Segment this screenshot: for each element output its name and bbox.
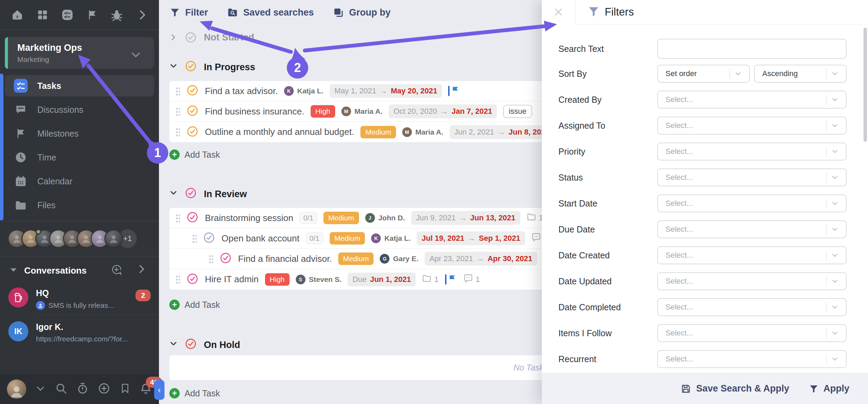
avatar[interactable] (104, 229, 123, 248)
filter-button[interactable]: Filter (170, 7, 208, 18)
task-title[interactable]: Brainstorming session (205, 213, 293, 223)
task-title[interactable]: Find a financial advisor. (238, 254, 332, 264)
files-count[interactable]: 1 (527, 212, 543, 224)
task-check-icon[interactable] (186, 104, 199, 118)
date-range-chip[interactable]: DueJun 1, 2021 (348, 273, 416, 286)
task-tag[interactable]: issue (503, 105, 532, 118)
priority-badge[interactable]: Medium (330, 232, 365, 245)
task-check-icon[interactable] (203, 231, 215, 245)
task-title[interactable]: Outline a monthly and annual budget. (205, 127, 354, 137)
timer-icon[interactable] (76, 382, 89, 396)
filters-panel: Filters Search TextSort BySet orderAscen… (542, 0, 868, 404)
priority-badge[interactable]: Medium (360, 126, 396, 138)
select-recurrent[interactable]: Select... (657, 350, 847, 368)
flag-icon[interactable] (87, 9, 98, 20)
conversation-item[interactable]: HQSMS is fully releas...2 (0, 281, 159, 315)
chevron-down-icon (831, 251, 846, 259)
sidebar-item-time[interactable]: Time (5, 147, 154, 168)
chevron-down-icon[interactable] (35, 383, 46, 395)
select-sort-direction[interactable]: Ascending (754, 65, 847, 83)
chevron-right-icon[interactable] (136, 264, 147, 277)
bookmark-icon[interactable] (120, 383, 131, 395)
select-date-completed[interactable]: Select... (657, 298, 847, 316)
apps-grid-icon[interactable] (37, 9, 48, 21)
chevron-right-icon[interactable] (136, 9, 148, 21)
chevron-down-icon[interactable] (9, 265, 18, 276)
saved-searches-button[interactable]: Saved searches (227, 7, 314, 18)
tasks-icon[interactable] (61, 9, 74, 21)
priority-badge[interactable]: High (265, 273, 290, 286)
date-range-chip[interactable]: May 1, 2021→May 20, 2021 (330, 84, 442, 98)
drag-handle-icon[interactable] (176, 275, 180, 284)
save-search-apply-button[interactable]: Save Search & Apply (681, 383, 789, 394)
assignee[interactable]: KKatja L. (284, 86, 323, 96)
panel-scrollbar[interactable] (864, 28, 867, 142)
filter-control: Select... (657, 117, 847, 135)
close-icon[interactable] (542, 8, 575, 17)
assignee[interactable]: JJohn D. (365, 213, 405, 223)
task-title[interactable]: Hire IT admin (205, 274, 259, 285)
date-range-chip[interactable]: Jun 2, 2021→Jun 8, 2021 (450, 125, 555, 139)
task-check-icon[interactable] (186, 211, 199, 225)
select-status[interactable]: Select... (657, 168, 847, 186)
comments-count[interactable]: 1 (463, 274, 480, 285)
sidebar-item-files[interactable]: Files (5, 194, 154, 216)
task-title[interactable]: Find a tax advisor. (205, 86, 278, 97)
select-priority[interactable]: Select... (657, 143, 847, 160)
priority-badge[interactable]: Medium (323, 212, 359, 224)
date-range-chip[interactable]: Jul 19, 2021→Sep 1, 2021 (417, 231, 525, 245)
drag-handle-icon[interactable] (192, 234, 197, 243)
search-text-input[interactable] (657, 39, 847, 59)
date-range-chip[interactable]: Jun 9, 2021→Jun 13, 2021 (411, 211, 520, 225)
priority-badge[interactable]: Medium (338, 252, 374, 265)
select-due-date[interactable]: Select... (657, 220, 847, 238)
conversation-item[interactable]: IKIgor K.https://freedcamp.com/?for... (0, 315, 159, 348)
filter-label: Start Date (558, 199, 657, 209)
new-conversation-icon[interactable] (111, 264, 122, 277)
task-check-icon[interactable] (186, 84, 199, 98)
drag-handle-icon[interactable] (176, 213, 180, 223)
drag-handle-icon[interactable] (209, 254, 213, 264)
task-check-icon[interactable] (219, 252, 232, 266)
chevron-down-icon (831, 121, 846, 130)
assignee[interactable]: SSteven S. (296, 275, 342, 284)
select-date-created[interactable]: Select... (657, 246, 847, 264)
select-created-by[interactable]: Select... (657, 91, 847, 109)
priority-badge[interactable]: High (311, 105, 335, 118)
sidebar-item-milestones[interactable]: Milestones (5, 123, 154, 144)
notifications-bell[interactable]: 40 (140, 382, 152, 396)
assignee[interactable]: MMaria A. (341, 107, 383, 116)
group-by-button[interactable]: Group by (333, 7, 390, 18)
drag-handle-icon[interactable] (176, 127, 180, 137)
select-sort-field[interactable]: Set order (657, 65, 750, 83)
add-icon[interactable] (98, 382, 110, 396)
search-icon[interactable] (55, 382, 67, 396)
home-icon[interactable] (11, 9, 23, 21)
task-check-icon[interactable] (186, 125, 199, 139)
drag-handle-icon[interactable] (176, 86, 180, 96)
task-title[interactable]: Find business insurance. (205, 106, 304, 117)
select-items-i-follow[interactable]: Select... (657, 324, 847, 342)
sidebar-item-discussions[interactable]: Discussions (5, 99, 154, 120)
assignee[interactable]: KKatja L. (371, 233, 411, 243)
select-start-date[interactable]: Select... (657, 194, 847, 212)
select-date-updated[interactable]: Select... (657, 272, 847, 290)
sidebar-collapse-handle[interactable]: ‹ (154, 380, 164, 400)
date-range-chip[interactable]: Apr 23, 2021→Apr 30, 2021 (425, 252, 537, 266)
current-user-avatar[interactable] (7, 379, 26, 399)
sidebar-item-calendar[interactable]: Calendar (5, 171, 154, 192)
assignee[interactable]: MMaria A. (402, 127, 443, 137)
date-range-chip[interactable]: Oct 20, 2020→Jan 7, 2021 (389, 104, 497, 118)
assignee[interactable]: GGary E. (380, 254, 418, 264)
select-assigned-to[interactable]: Select... (657, 117, 847, 135)
bug-icon[interactable] (111, 9, 123, 21)
select-value: Select... (666, 277, 826, 286)
folder-icon (527, 212, 536, 224)
task-check-icon[interactable] (186, 273, 199, 286)
files-count[interactable]: 1 (422, 274, 438, 285)
drag-handle-icon[interactable] (176, 107, 180, 116)
task-title[interactable]: Open bank account (221, 233, 300, 244)
sidebar-item-tasks[interactable]: Tasks (5, 75, 154, 97)
apply-button[interactable]: Apply (809, 383, 849, 394)
workspace-selector[interactable]: Marketing Ops Marketing (5, 37, 154, 69)
